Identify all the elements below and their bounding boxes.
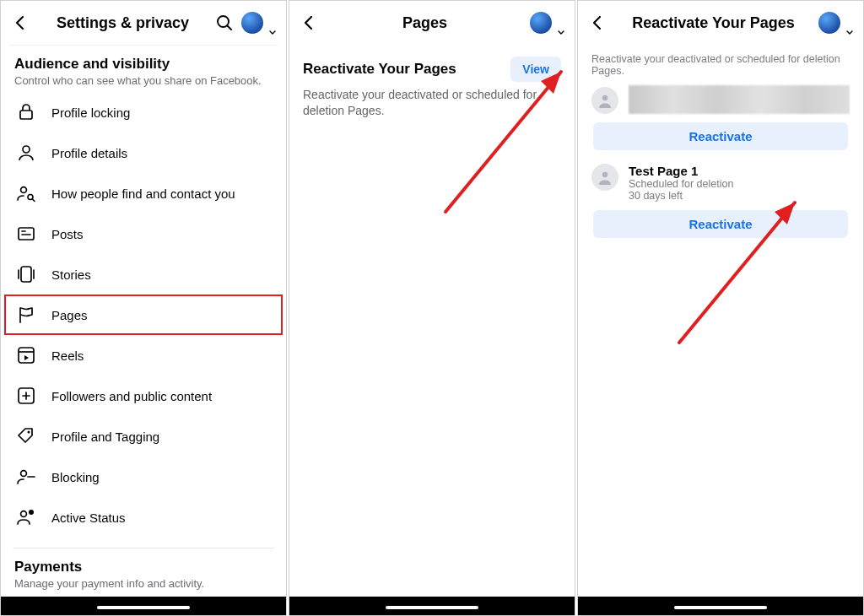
panel-settings: Settings & privacy Audience and visibili… <box>0 0 287 616</box>
page-avatar <box>591 164 618 191</box>
header-title: Settings & privacy <box>38 14 208 32</box>
header: Pages <box>289 1 575 45</box>
back-icon[interactable] <box>588 13 608 33</box>
card-title: Reactivate Your Pages <box>303 61 502 78</box>
header-title: Reactivate Your Pages <box>615 14 812 32</box>
reels-icon <box>16 345 36 365</box>
avatar[interactable] <box>241 12 263 34</box>
nav-pill[interactable] <box>97 606 190 609</box>
active-status-icon <box>16 507 36 527</box>
header: Reactivate Your Pages <box>578 1 863 45</box>
card-sub: Reactivate your deactivated or scheduled… <box>303 87 561 119</box>
menu-profile-tagging[interactable]: Profile and Tagging <box>4 416 283 457</box>
user-icon <box>16 143 36 163</box>
chevron-down-icon <box>845 24 853 33</box>
chevron-down-icon <box>556 24 564 33</box>
menu-label: How people find and contact you <box>51 186 235 201</box>
panel-pages: Pages Reactivate Your Pages View Reactiv… <box>289 0 575 616</box>
tag-icon <box>16 426 36 446</box>
panel-reactivate: Reactivate Your Pages Reactivate your de… <box>577 0 864 616</box>
menu-stories[interactable]: Stories <box>4 254 283 294</box>
section-audience: Audience and visibility Control who can … <box>1 46 286 90</box>
menu-posts[interactable]: Posts <box>4 213 283 254</box>
page-status: Scheduled for deletion <box>629 178 850 190</box>
flag-icon <box>16 305 36 325</box>
user-search-icon <box>16 183 36 203</box>
system-nav-bar <box>1 597 286 615</box>
page-desc: Reactivate your deactivated or scheduled… <box>578 45 863 82</box>
menu-reels[interactable]: Reels <box>4 335 283 376</box>
avatar[interactable] <box>530 12 552 34</box>
menu-label: Followers and public content <box>51 389 212 403</box>
chevron-down-icon <box>267 24 276 33</box>
menu-blocking[interactable]: Blocking <box>4 457 283 497</box>
page-name: Test Page 1 <box>629 164 850 178</box>
page-days-left: 30 days left <box>629 190 850 202</box>
back-icon[interactable] <box>300 13 320 33</box>
search-icon[interactable] <box>214 13 235 33</box>
nav-pill[interactable] <box>386 606 478 609</box>
menu-label: Profile and Tagging <box>51 430 159 444</box>
menu-label: Profile locking <box>51 105 130 120</box>
redacted-name <box>629 85 850 114</box>
post-icon <box>16 224 36 244</box>
menu-label: Active Status <box>51 511 126 525</box>
back-icon[interactable] <box>11 13 31 33</box>
menu-label: Reels <box>51 349 84 363</box>
plus-box-icon <box>16 386 36 406</box>
menu-label: Pages <box>51 308 88 322</box>
lock-icon <box>16 102 36 122</box>
avatar[interactable] <box>818 12 840 34</box>
section-sub: Control who can see what you share on Fa… <box>14 74 273 87</box>
page-avatar <box>591 87 618 114</box>
reactivate-button[interactable]: Reactivate <box>593 210 848 238</box>
page-item: Reactivate <box>578 82 863 159</box>
section-title: Audience and visibility <box>14 56 273 73</box>
header-title: Pages <box>327 14 523 32</box>
page-item: Test Page 1 Scheduled for deletion 30 da… <box>578 159 863 246</box>
block-icon <box>16 467 36 487</box>
view-button[interactable]: View <box>510 57 561 82</box>
system-nav-bar <box>578 597 863 615</box>
menu-profile-details[interactable]: Profile details <box>4 132 283 173</box>
system-nav-bar <box>289 597 575 615</box>
menu-pages[interactable]: Pages <box>4 294 283 335</box>
section-sub: Manage your payment info and activity. <box>14 577 273 590</box>
header: Settings & privacy <box>1 1 286 45</box>
menu-label: Posts <box>51 227 84 241</box>
menu-label: Stories <box>51 267 91 282</box>
nav-pill[interactable] <box>674 606 767 609</box>
menu-active-status[interactable]: Active Status <box>4 497 283 538</box>
menu-label: Blocking <box>51 470 100 484</box>
section-title: Payments <box>14 559 273 575</box>
reactivate-card: Reactivate Your Pages View Reactivate yo… <box>289 45 575 127</box>
reactivate-button[interactable]: Reactivate <box>593 122 848 150</box>
menu-profile-locking[interactable]: Profile locking <box>4 92 283 132</box>
menu-followers[interactable]: Followers and public content <box>4 376 283 416</box>
menu-find-contact[interactable]: How people find and contact you <box>4 173 283 213</box>
menu-label: Profile details <box>51 146 127 160</box>
section-payments: Payments Manage your payment info and ac… <box>1 548 286 593</box>
stories-icon <box>16 264 36 284</box>
